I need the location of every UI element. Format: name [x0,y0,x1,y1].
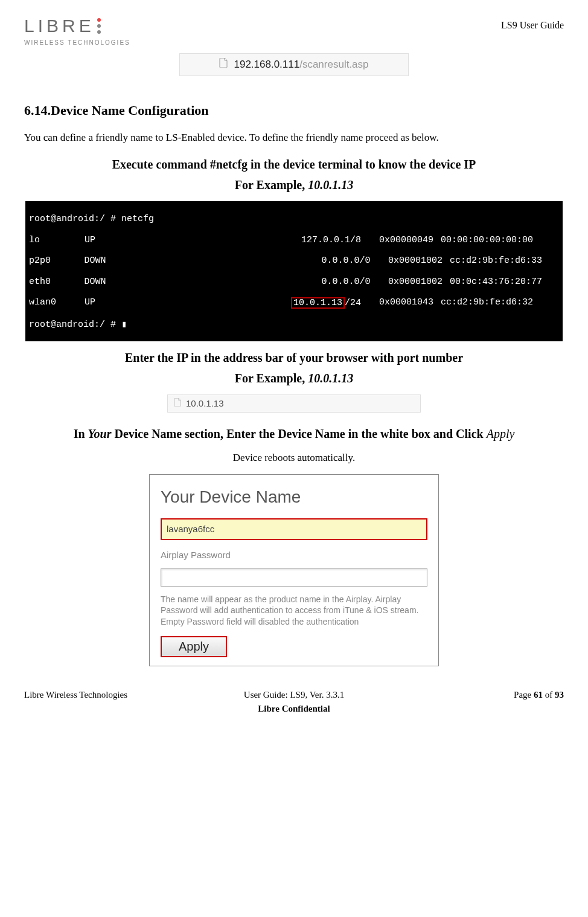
browser-tab-2: 10.0.1.13 [167,394,421,413]
instruction-3: In Your Device Name section, Enter the D… [42,423,546,444]
terminal-row: loUP127.0.0.1/80x0000004900:00:00:00:00:… [29,235,563,245]
footer-left: Libre Wireless Technologies [24,688,204,715]
logo-subtitle: WIRELESS TECHNOLOGIES [24,38,130,47]
terminal-row: p2p0DOWN0.0.0.0/00x00001002cc:d2:9b:fe:d… [29,256,563,266]
form-title: Your Device Name [161,484,427,510]
section-number: 6.14. [24,103,51,118]
logo: LIBRE WIRELESS TECHNOLOGIES [24,12,130,47]
page-header: LIBRE WIRELESS TECHNOLOGIES LS9 User Gui… [24,12,564,47]
instruction-2: Enter the IP in the address bar of your … [42,347,546,388]
section-heading: 6.14.Device Name Configuration [24,100,564,120]
device-name-input[interactable]: lavanya6fcc [161,518,427,541]
form-help-text: The name will appear as the product name… [161,594,427,628]
apply-button[interactable]: Apply [161,636,227,657]
header-doc-title: LS9 User Guide [501,18,564,33]
instruction-1-line1: Execute command #netcfg in the device te… [42,154,546,175]
instruction-2-line1: Enter the IP in the address bar of your … [42,347,546,368]
terminal-row: wlan0UP10.0.1.13/240x00001043cc:d2:9b:fe… [29,297,563,309]
url-host: 192.168.0.111 [234,57,299,72]
terminal-row: eth0DOWN0.0.0.0/00x0000100200:0c:43:76:2… [29,277,563,287]
file-icon [174,397,181,411]
section-title: Device Name Configuration [51,103,209,118]
page-footer: Libre Wireless Technologies User Guide: … [24,684,564,715]
instruction-1-prefix: For Example, [235,178,308,191]
terminal-cmd: root@android:/ # netcfg [29,214,563,224]
device-name-form: Your Device Name lavanya6fcc Airplay Pas… [149,474,439,667]
logo-dots-icon [97,18,101,34]
instruction-2-prefix: For Example, [235,372,308,385]
section-intro: You can define a friendly name to LS-Ena… [24,127,564,148]
airplay-password-label: Airplay Password [161,549,427,562]
reboot-note: Device reboots automatically. [24,450,564,466]
browser-tab-1: 192.168.0.111/scanresult.asp [179,53,409,76]
file-icon [219,57,228,72]
instruction-2-ip: 10.0.1.13 [308,372,353,385]
url-path: /scanresult.asp [299,57,368,72]
terminal-prompt: root@android:/ # [29,320,121,330]
highlighted-ip: 10.0.1.13 [291,297,345,309]
tab-2-text: 10.0.1.13 [186,397,224,411]
airplay-password-input[interactable] [161,568,427,587]
footer-center: User Guide: LS9, Ver. 3.3.1 Libre Confid… [204,688,384,715]
terminal-output: root@android:/ # netcfg loUP127.0.0.1/80… [25,201,563,341]
instruction-1-ip: 10.0.1.13 [308,178,353,191]
footer-right: Page 61 of 93 [384,688,564,715]
logo-text: LIBRE [24,12,95,39]
instruction-1: Execute command #netcfg in the device te… [42,154,546,195]
